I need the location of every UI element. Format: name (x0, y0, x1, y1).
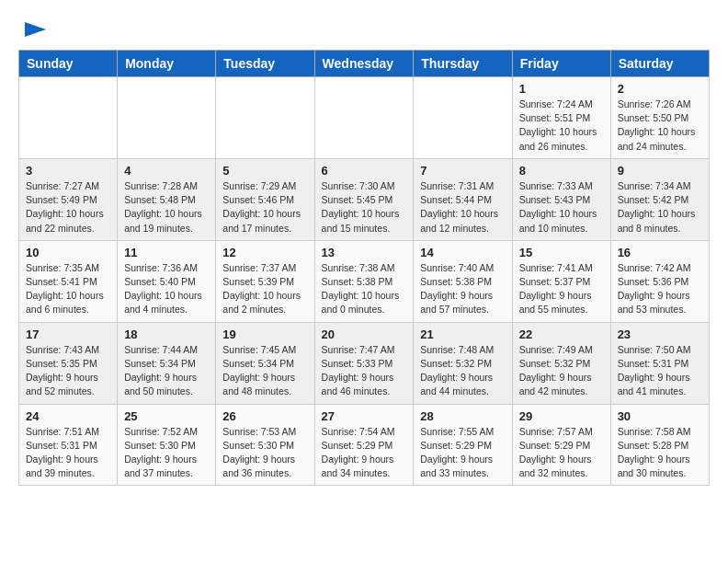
day-number: 22 (519, 327, 604, 341)
calendar-cell (414, 77, 512, 159)
day-info: Sunrise: 7:41 AM Sunset: 5:37 PM Dayligh… (519, 262, 593, 316)
weekday-header-saturday: Saturday (610, 51, 709, 77)
day-number: 27 (322, 409, 407, 423)
calendar-cell: 3Sunrise: 7:27 AM Sunset: 5:49 PM Daylig… (19, 158, 118, 240)
calendar-cell: 14Sunrise: 7:40 AM Sunset: 5:38 PM Dayli… (414, 240, 512, 322)
day-number: 19 (222, 327, 307, 341)
day-number: 18 (124, 327, 209, 341)
weekday-header-wednesday: Wednesday (314, 51, 414, 77)
day-info: Sunrise: 7:37 AM Sunset: 5:39 PM Dayligh… (222, 262, 301, 316)
calendar-cell: 6Sunrise: 7:30 AM Sunset: 5:45 PM Daylig… (314, 158, 414, 240)
day-info: Sunrise: 7:43 AM Sunset: 5:35 PM Dayligh… (26, 344, 99, 397)
calendar-cell (19, 77, 118, 159)
calendar-cell: 17Sunrise: 7:43 AM Sunset: 5:35 PM Dayli… (19, 322, 118, 404)
day-info: Sunrise: 7:40 AM Sunset: 5:38 PM Dayligh… (420, 262, 494, 316)
day-info: Sunrise: 7:34 AM Sunset: 5:42 PM Dayligh… (618, 180, 696, 234)
day-number: 24 (26, 409, 110, 423)
calendar-cell: 19Sunrise: 7:45 AM Sunset: 5:34 PM Dayli… (216, 322, 314, 404)
calendar-cell: 20Sunrise: 7:47 AM Sunset: 5:33 PM Dayli… (314, 322, 414, 404)
logo-flag-icon (20, 18, 48, 40)
calendar-cell: 2Sunrise: 7:26 AM Sunset: 5:50 PM Daylig… (610, 77, 709, 159)
calendar-cell: 28Sunrise: 7:55 AM Sunset: 5:29 PM Dayli… (414, 404, 512, 486)
day-number: 3 (26, 164, 110, 178)
day-info: Sunrise: 7:45 AM Sunset: 5:34 PM Dayligh… (222, 344, 296, 397)
calendar-cell (118, 77, 216, 159)
day-number: 8 (519, 164, 604, 178)
day-info: Sunrise: 7:30 AM Sunset: 5:45 PM Dayligh… (322, 180, 400, 234)
day-number: 17 (26, 327, 110, 341)
calendar-cell: 9Sunrise: 7:34 AM Sunset: 5:42 PM Daylig… (610, 158, 709, 240)
day-number: 11 (124, 246, 209, 259)
svg-marker-0 (25, 22, 46, 37)
day-number: 5 (222, 164, 307, 178)
calendar-cell: 5Sunrise: 7:29 AM Sunset: 5:46 PM Daylig… (216, 158, 314, 240)
calendar-cell: 1Sunrise: 7:24 AM Sunset: 5:51 PM Daylig… (512, 77, 610, 159)
day-info: Sunrise: 7:26 AM Sunset: 5:50 PM Dayligh… (618, 98, 696, 152)
day-number: 23 (618, 327, 702, 341)
calendar-cell: 8Sunrise: 7:33 AM Sunset: 5:43 PM Daylig… (512, 158, 610, 240)
weekday-header-friday: Friday (512, 51, 610, 77)
calendar-cell: 24Sunrise: 7:51 AM Sunset: 5:31 PM Dayli… (19, 404, 118, 486)
calendar-cell: 30Sunrise: 7:58 AM Sunset: 5:28 PM Dayli… (610, 404, 709, 486)
day-number: 12 (222, 246, 307, 259)
day-info: Sunrise: 7:49 AM Sunset: 5:32 PM Dayligh… (519, 344, 593, 397)
day-info: Sunrise: 7:35 AM Sunset: 5:41 PM Dayligh… (26, 262, 104, 316)
calendar-cell: 29Sunrise: 7:57 AM Sunset: 5:29 PM Dayli… (512, 404, 610, 486)
day-number: 1 (519, 82, 604, 96)
day-number: 4 (124, 164, 209, 178)
day-info: Sunrise: 7:47 AM Sunset: 5:33 PM Dayligh… (322, 344, 395, 397)
calendar-cell: 16Sunrise: 7:42 AM Sunset: 5:36 PM Dayli… (610, 240, 709, 322)
calendar: SundayMondayTuesdayWednesdayThursdayFrid… (18, 50, 710, 486)
day-info: Sunrise: 7:58 AM Sunset: 5:28 PM Dayligh… (618, 426, 691, 479)
calendar-cell (314, 77, 414, 159)
day-number: 28 (420, 409, 505, 423)
calendar-cell: 12Sunrise: 7:37 AM Sunset: 5:39 PM Dayli… (216, 240, 314, 322)
day-number: 16 (618, 246, 702, 259)
day-info: Sunrise: 7:27 AM Sunset: 5:49 PM Dayligh… (26, 180, 104, 234)
day-number: 14 (420, 246, 505, 259)
day-info: Sunrise: 7:42 AM Sunset: 5:36 PM Dayligh… (618, 262, 691, 316)
day-info: Sunrise: 7:28 AM Sunset: 5:48 PM Dayligh… (124, 180, 202, 234)
day-info: Sunrise: 7:52 AM Sunset: 5:30 PM Dayligh… (124, 426, 198, 479)
calendar-cell: 15Sunrise: 7:41 AM Sunset: 5:37 PM Dayli… (512, 240, 610, 322)
day-number: 26 (222, 409, 307, 423)
day-info: Sunrise: 7:57 AM Sunset: 5:29 PM Dayligh… (519, 426, 593, 479)
calendar-cell: 18Sunrise: 7:44 AM Sunset: 5:34 PM Dayli… (118, 322, 216, 404)
day-info: Sunrise: 7:48 AM Sunset: 5:32 PM Dayligh… (420, 344, 494, 397)
day-number: 30 (618, 409, 702, 423)
weekday-header-monday: Monday (118, 51, 216, 77)
calendar-cell: 23Sunrise: 7:50 AM Sunset: 5:31 PM Dayli… (610, 322, 709, 404)
day-info: Sunrise: 7:53 AM Sunset: 5:30 PM Dayligh… (222, 426, 296, 479)
day-number: 15 (519, 246, 604, 259)
day-info: Sunrise: 7:29 AM Sunset: 5:46 PM Dayligh… (222, 180, 301, 234)
day-info: Sunrise: 7:51 AM Sunset: 5:31 PM Dayligh… (26, 426, 99, 479)
day-number: 29 (519, 409, 604, 423)
calendar-cell: 4Sunrise: 7:28 AM Sunset: 5:48 PM Daylig… (118, 158, 216, 240)
day-info: Sunrise: 7:24 AM Sunset: 5:51 PM Dayligh… (519, 98, 597, 152)
calendar-cell: 25Sunrise: 7:52 AM Sunset: 5:30 PM Dayli… (118, 404, 216, 486)
day-info: Sunrise: 7:44 AM Sunset: 5:34 PM Dayligh… (124, 344, 198, 397)
day-number: 25 (124, 409, 209, 423)
calendar-cell: 26Sunrise: 7:53 AM Sunset: 5:30 PM Dayli… (216, 404, 314, 486)
day-info: Sunrise: 7:33 AM Sunset: 5:43 PM Dayligh… (519, 180, 597, 234)
calendar-cell: 21Sunrise: 7:48 AM Sunset: 5:32 PM Dayli… (414, 322, 512, 404)
logo (18, 18, 48, 40)
calendar-cell: 13Sunrise: 7:38 AM Sunset: 5:38 PM Dayli… (314, 240, 414, 322)
day-info: Sunrise: 7:54 AM Sunset: 5:29 PM Dayligh… (322, 426, 395, 479)
day-info: Sunrise: 7:55 AM Sunset: 5:29 PM Dayligh… (420, 426, 494, 479)
day-number: 13 (322, 246, 407, 259)
calendar-cell: 7Sunrise: 7:31 AM Sunset: 5:44 PM Daylig… (414, 158, 512, 240)
day-number: 9 (618, 164, 702, 178)
day-info: Sunrise: 7:50 AM Sunset: 5:31 PM Dayligh… (618, 344, 691, 397)
day-info: Sunrise: 7:36 AM Sunset: 5:40 PM Dayligh… (124, 262, 202, 316)
day-number: 21 (420, 327, 505, 341)
calendar-cell: 11Sunrise: 7:36 AM Sunset: 5:40 PM Dayli… (118, 240, 216, 322)
day-number: 7 (420, 164, 505, 178)
day-info: Sunrise: 7:38 AM Sunset: 5:38 PM Dayligh… (322, 262, 400, 316)
day-number: 6 (322, 164, 407, 178)
day-number: 2 (618, 82, 702, 96)
calendar-cell: 10Sunrise: 7:35 AM Sunset: 5:41 PM Dayli… (19, 240, 118, 322)
weekday-header-tuesday: Tuesday (216, 51, 314, 77)
day-info: Sunrise: 7:31 AM Sunset: 5:44 PM Dayligh… (420, 180, 498, 234)
weekday-header-sunday: Sunday (19, 51, 118, 77)
